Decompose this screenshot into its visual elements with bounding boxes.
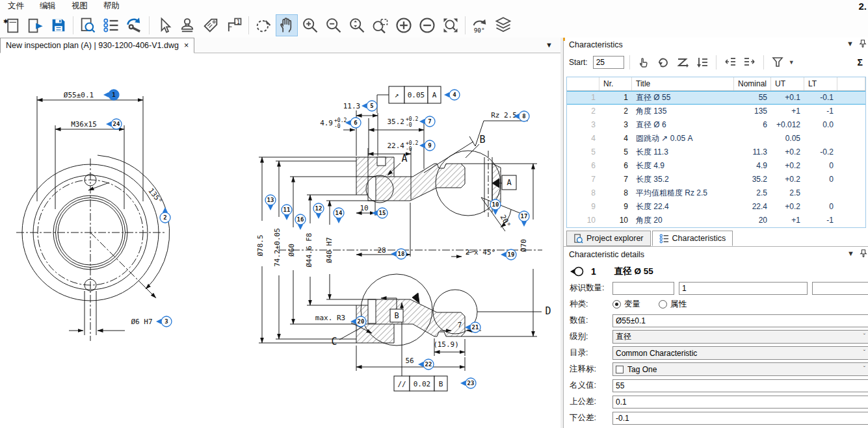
dimension-label[interactable]: 35.2 (388, 118, 405, 126)
drawing-canvas[interactable]: Ø55±0.1M36x15135°Ø6 H711.34.9+0.2-035.2+… (0, 53, 560, 428)
layers-button[interactable] (492, 14, 514, 36)
find-in-document-button[interactable] (77, 14, 99, 36)
dimension-label[interactable]: B (479, 134, 485, 145)
balloon-21[interactable]: 21 (465, 322, 480, 333)
dimension-label[interactable]: 7 (458, 321, 462, 329)
balloon-16[interactable]: 16 (295, 214, 306, 230)
balloon-19[interactable]: 19 (501, 249, 516, 260)
balloon-1[interactable]: 1 (103, 90, 119, 100)
dimension-label[interactable]: 135° (146, 186, 164, 205)
zoom-fit-button[interactable] (440, 14, 462, 36)
lasso-select-button[interactable] (252, 14, 274, 36)
balloon-4[interactable]: 4 (444, 90, 460, 100)
balloon-5[interactable]: 5 (362, 101, 377, 111)
balloon-2[interactable]: 2 (160, 207, 170, 223)
document-tab[interactable]: New inspection plan (A) | 930-1200-406-V… (0, 38, 194, 53)
dimension-label[interactable]: 28 (377, 246, 386, 255)
menu-help[interactable]: 帮助 (96, 0, 127, 13)
table-row[interactable]: 88平均值粗糙度 Rz 2.52.52.5 (567, 186, 865, 200)
dimension-label[interactable]: Ø60 (287, 244, 296, 257)
characteristics-list-button[interactable] (100, 14, 122, 36)
balloon-20[interactable]: 20 (350, 316, 366, 327)
dimension-label[interactable]: 10 (360, 204, 368, 212)
move-down-list-icon[interactable] (741, 55, 758, 70)
sort-list-icon[interactable] (694, 55, 711, 70)
dimension-label[interactable]: 4.9 (320, 119, 333, 127)
nominal-input[interactable] (612, 379, 868, 392)
balloon-9[interactable]: 9 (419, 140, 435, 151)
zoom-window-button[interactable] (369, 14, 391, 36)
dimension-label[interactable]: A (401, 153, 407, 164)
menu-edit[interactable]: 编辑 (32, 0, 64, 13)
decrease-button[interactable] (416, 14, 438, 36)
balloon-14[interactable]: 14 (334, 208, 344, 223)
dimension-label[interactable]: Ø6 H7 (131, 318, 152, 326)
catalog-select[interactable]: Common Characteristicˇ (612, 346, 868, 360)
details-pin-icon[interactable] (860, 249, 867, 257)
renumber-icon[interactable] (655, 55, 672, 70)
reorder-z-icon[interactable] (674, 55, 691, 70)
pan-tool-button[interactable] (276, 14, 298, 36)
tab-list-chevron-icon[interactable]: ▼ (546, 41, 553, 49)
table-row[interactable]: 11直径 Ø 5555+0.1-0.1 (567, 91, 865, 105)
value-input[interactable] (612, 314, 868, 327)
open-plan-button[interactable] (24, 14, 46, 36)
tab-close-icon[interactable]: × (184, 41, 189, 50)
move-up-list-icon[interactable] (722, 55, 739, 70)
dimension-label[interactable]: Ø55±0.1 (64, 91, 94, 99)
dimension-label[interactable]: M36x15 (71, 120, 97, 129)
datum-box-A[interactable]: A (502, 175, 516, 190)
datum-box-B[interactable]: B (390, 309, 403, 322)
dimension-label[interactable]: 11.3 (343, 102, 361, 110)
dimension-label[interactable]: D (545, 305, 551, 317)
dimension-label[interactable]: C (331, 336, 337, 347)
upper-tolerance-input[interactable] (612, 396, 868, 409)
panel-pin-icon[interactable] (859, 40, 867, 47)
dimension-label[interactable]: 22.4 (388, 142, 405, 150)
increase-button[interactable] (393, 14, 415, 36)
filter-icon[interactable] (769, 55, 786, 70)
dimension-label[interactable]: 56 (405, 357, 414, 365)
balloon-17[interactable]: 17 (519, 211, 529, 227)
kind-radio-attribute[interactable]: 属性 (659, 299, 687, 310)
save-button[interactable] (47, 14, 70, 36)
sum-icon[interactable]: Σ (858, 57, 863, 68)
id-qty-input-2[interactable] (679, 282, 808, 295)
dimension-label[interactable]: 2 x 45° (466, 248, 495, 257)
table-row[interactable]: 33直径 Ø 66+0.0120.0 (567, 118, 865, 132)
rotate-90-button[interactable]: 90° (469, 14, 491, 36)
select-tool-button[interactable] (153, 14, 175, 36)
table-row[interactable]: 22角度 135135+1-1 (567, 105, 865, 118)
new-plan-button[interactable]: ✱ (1, 14, 23, 36)
dimension-label[interactable]: Ø40 H7 (325, 237, 334, 263)
table-row[interactable]: 55长度 11.311.3+0.2-0.2 (567, 145, 865, 159)
details-chevron-icon[interactable]: ▼ (847, 249, 854, 257)
balloon-6[interactable]: 6 (345, 118, 361, 128)
tag-checkbox[interactable] (616, 366, 624, 373)
menu-view[interactable]: 视图 (64, 0, 96, 13)
id-qty-input-1[interactable] (612, 282, 674, 295)
dimension-label[interactable]: Rz 2.5 (491, 111, 517, 120)
update-settings-button[interactable] (124, 14, 146, 36)
menu-file[interactable]: 文件 (0, 0, 32, 13)
filter-chevron-icon[interactable]: ▼ (789, 59, 795, 66)
tag-select[interactable]: Tag Oneˇ (612, 362, 868, 376)
balloon-11[interactable]: 11 (282, 205, 292, 220)
table-row[interactable]: 1010角度 2020+1-1 (567, 214, 865, 227)
start-input[interactable] (593, 56, 624, 69)
balloon-24[interactable]: 24 (106, 119, 122, 129)
balloon-15[interactable]: 15 (372, 208, 388, 218)
feature-control-frame[interactable]: ↗0.05A (389, 86, 441, 103)
dimension-label[interactable]: (15.9) (433, 340, 459, 349)
dimension-label[interactable]: 74.2±0.05 (273, 228, 282, 267)
balloon-7[interactable]: 7 (419, 116, 435, 127)
dimension-label[interactable]: Ø78.5 (256, 234, 265, 256)
feature-control-frame[interactable]: //0.02B (394, 376, 447, 391)
balloon-22[interactable]: 22 (418, 359, 434, 370)
table-row[interactable]: 44圆跳动 ↗ 0.05 A0.05 (567, 132, 865, 145)
balloon-12[interactable]: 12 (313, 203, 324, 219)
tab-project-explorer[interactable]: Project explorer (566, 231, 651, 246)
table-row[interactable]: 66长度 4.94.9+0.20 (567, 159, 865, 173)
dimension-label[interactable]: Ø70 (519, 239, 528, 252)
stamp-tool-button[interactable] (176, 14, 198, 36)
